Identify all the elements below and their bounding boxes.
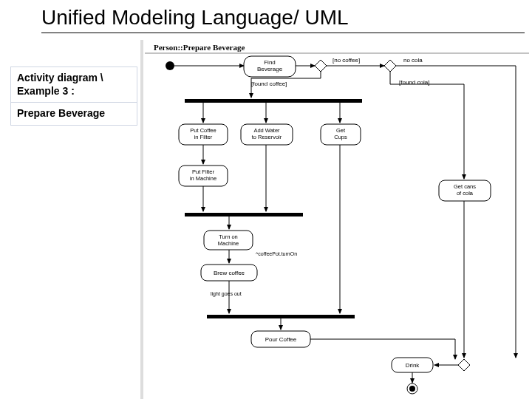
- join-bar-1-icon: [185, 213, 303, 216]
- node-brew-label: Brew coffee: [214, 270, 245, 276]
- example-label-box: Activity diagram \ Example 3 : Prepare B…: [10, 66, 137, 126]
- swimlane-header: Person::Prepare Beverage: [154, 43, 245, 52]
- example-label-line3: Prepare Beverage: [11, 103, 137, 125]
- guard-found-cola: [found cola]: [399, 79, 429, 86]
- fork-bar-icon: [185, 99, 362, 103]
- node-turn-on-label: Turn onMachine: [218, 233, 239, 247]
- guard-no-cola: no cola: [403, 57, 423, 64]
- join-bar-2-icon: [207, 315, 355, 318]
- label-light-out: light goes out: [211, 291, 242, 297]
- node-drink-label: Drink: [406, 362, 420, 369]
- node-add-water-label: Add Waterto Reservoir: [252, 127, 282, 140]
- diagram-stage: Person::Prepare Beverage FindBeverage [n…: [140, 40, 532, 399]
- node-pour-label: Pour Coffee: [265, 336, 297, 343]
- node-put-filter-label: Put Filterin Machine: [190, 168, 216, 182]
- label-coffee-turn-on: ^coffeePot.turnOn: [256, 251, 297, 256]
- title-underline: [41, 33, 525, 33]
- activity-diagram-svg: Person::Prepare Beverage FindBeverage [n…: [140, 40, 532, 399]
- decision2-diamond-icon: [384, 60, 396, 72]
- final-node-inner-icon: [409, 386, 415, 392]
- initial-node-icon: [166, 61, 174, 70]
- merge-diamond-icon: [458, 359, 470, 371]
- guard-no-coffee: [no coffee]: [332, 57, 360, 64]
- example-label-line1: Activity diagram \: [17, 72, 103, 83]
- node-get-cans-label: Get cansof cola: [454, 183, 476, 197]
- decision-diamond-icon: [315, 60, 327, 72]
- example-label-line2: Example 3 :: [17, 85, 75, 97]
- page-title: Unified Modeling Language/ UML: [0, 0, 532, 33]
- guard-found-coffee: [found coffee]: [251, 81, 287, 87]
